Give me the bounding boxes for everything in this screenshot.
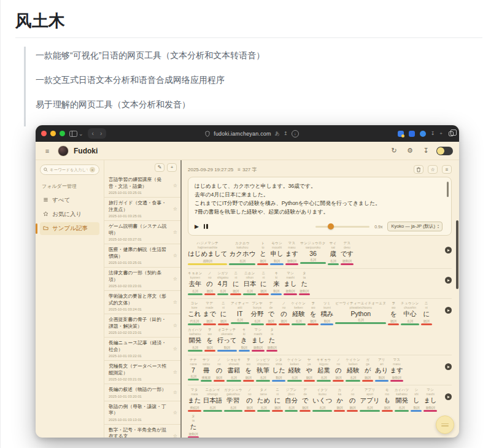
add-article-button[interactable]: + (167, 163, 177, 172)
token[interactable]: シッピツshippitsu執筆名詞 (256, 358, 271, 382)
article-list-item[interactable]: 学術論文の要旨と序文（形式的文体）2025-10-01 03:24:01☆ (104, 291, 180, 314)
token[interactable]: マタmataまた接続詞 (188, 388, 201, 412)
sidebar-item-all[interactable]: すべて (40, 194, 99, 207)
token[interactable]: マシmashiまし助動詞 (423, 388, 437, 412)
token[interactable]: ヲwoを助詞 (243, 358, 254, 382)
article-star-icon[interactable]: ☆ (173, 299, 177, 305)
token[interactable]: ノnoの助詞 (279, 301, 290, 325)
article-list-item[interactable]: 旅行ガイド（交通・食事・注意点）2025-10-01 03:25:01☆ (104, 198, 180, 221)
token[interactable]: ジブンjibun自分名詞 (285, 388, 298, 412)
token[interactable]: サツsatsu冊接尾辞 (201, 358, 212, 382)
settings-gear-button[interactable]: ⚙ (404, 145, 416, 156)
delete-article-button[interactable] (414, 165, 423, 174)
extension-icon[interactable] (409, 131, 415, 137)
forward-button[interactable]: › (100, 130, 102, 137)
article-star-icon[interactable]: ☆ (173, 390, 177, 395)
token[interactable]: キギョウkigyou起業名詞 (317, 358, 331, 382)
token[interactable]: アイティーaitiiIT名詞 (231, 301, 249, 324)
token[interactable]: マデmadeまで助詞 (203, 301, 217, 325)
browser-sidebar-button[interactable]: ⌄ (69, 131, 83, 137)
token[interactable]: サンジュウロクsanjuuroku36名詞 (300, 241, 326, 264)
token[interactable]: ガクシュウgakushuu学習名詞 (224, 388, 242, 412)
token[interactable]: シタshitaした動詞 (272, 358, 285, 382)
token[interactable]: ヤyaや助詞 (304, 358, 315, 382)
token[interactable]: カイハツkaihatsu開発名詞 (395, 388, 409, 412)
token[interactable]: ヲwoを助詞 (388, 301, 399, 325)
pause-button[interactable] (204, 224, 208, 229)
article-list-item[interactable]: 企画提案書の骨子（目的・課題・解決策）2025-10-02 03:23:01☆ (104, 314, 180, 338)
article-list-item[interactable]: 医療・健康の解説（生活習慣病）2025-10-01 03:25:01☆ (104, 244, 180, 268)
token[interactable]: カイハツkaihatsu開発名詞 (188, 328, 203, 352)
token[interactable]: モウシmoushi申し動詞 (270, 241, 283, 265)
token[interactable]: キkiき動詞 (239, 328, 250, 352)
token[interactable]: サイsai歳名詞 (328, 241, 339, 265)
token[interactable]: ノnoの助詞 (204, 271, 215, 295)
voice-select[interactable]: Kyoko — ja-JP (默认) ▴▾ (387, 222, 443, 231)
search-box[interactable]: × (40, 164, 99, 175)
sentence-play-button[interactable] (445, 277, 452, 284)
token[interactable]: ツミtsumi積み動詞 (320, 301, 333, 325)
sidebar-item-samples[interactable]: サンプル記事 (40, 222, 99, 235)
password-extension-icon[interactable] (398, 131, 404, 137)
token[interactable]: オコナッテokonatte行って動詞 (217, 328, 237, 352)
downloads-icon[interactable]: ↧ (431, 131, 435, 136)
article-star-icon[interactable]: ☆ (173, 410, 177, 415)
token[interactable]: アリariあり動詞 (375, 358, 389, 382)
token[interactable]: キki来動詞 (271, 271, 282, 295)
article-list-item[interactable]: ゲーム説明書（システム説明）2025-10-02 03:27:01☆ (104, 221, 180, 244)
article-star-icon[interactable]: ☆ (173, 183, 177, 188)
main-scrollbar[interactable] (456, 220, 458, 289)
sentence-play-button[interactable] (445, 307, 452, 314)
zoom-window-button[interactable] (60, 131, 65, 136)
token[interactable]: ノnoの助詞 (333, 358, 344, 382)
article-list-item[interactable]: 言語学習の練習講座（発音・文法・語彙）2025-10-01 03:25:01☆ (104, 174, 180, 198)
sentence-play-button[interactable] (445, 393, 452, 400)
new-tab-button[interactable]: + (439, 131, 443, 136)
token[interactable]: タtaた助動詞 (188, 414, 199, 438)
article-list-item[interactable]: 長編の叙述（物語の一部）2025-10-01 03:20:01☆ (104, 384, 180, 401)
token[interactable]: イクツikutsuいくつ名詞 (312, 388, 332, 412)
token[interactable]: ケイケンkeiken経験名詞 (287, 358, 302, 382)
article-star-icon[interactable]: ☆ (173, 323, 177, 328)
token[interactable]: コレkoreこれ代名詞 (188, 301, 201, 325)
share-icon[interactable]: ↥ (284, 131, 288, 136)
token[interactable]: ガgaが助詞 (362, 358, 373, 382)
avatar[interactable] (58, 145, 69, 156)
article-star-icon[interactable]: ☆ (173, 346, 177, 352)
article-star-icon[interactable]: ☆ (173, 276, 177, 282)
article-list-item[interactable]: 数字・記号・半角全角が混在する文2025-10-01 03:10:01☆ (104, 425, 180, 438)
article-list-item[interactable]: 究極長文（データベース性能測定）2025-10-02 03:21:01☆ (104, 361, 180, 384)
token[interactable]: ショセキshoseki書籍名詞 (226, 358, 241, 382)
tab-overview-icon[interactable] (449, 131, 454, 136)
article-star-icon[interactable]: ☆ (173, 230, 177, 235)
export-download-button[interactable]: ↧ (420, 145, 431, 156)
article-menu-button[interactable]: ≡ (442, 165, 452, 174)
token[interactable]: ブンヤbunya分野名詞 (251, 301, 264, 325)
new-note-button[interactable]: ✎ (155, 163, 164, 172)
token[interactable]: シガツshigatsu4月名詞 (217, 271, 229, 295)
token[interactable]: ニホンゴnihongo日本語名詞 (203, 388, 223, 412)
token[interactable]: ノnoの助詞 (214, 358, 225, 382)
translate-icon[interactable]: あ (275, 130, 280, 137)
article-list-item[interactable]: 法律文書の一部（契約条項）2025-10-02 03:23:01☆ (104, 268, 180, 291)
token[interactable]: シshiし動詞 (411, 388, 422, 412)
article-star-icon[interactable]: ☆ (173, 253, 177, 258)
token[interactable]: ノnoの助詞 (347, 388, 358, 412)
token[interactable]: ハジメマシテhajimemashiteはじめまして感動詞 (188, 241, 227, 265)
token[interactable]: タメtameため名詞 (257, 388, 271, 412)
token[interactable]: ニniに助詞 (230, 271, 241, 295)
token[interactable]: ピーワイティーエイチオーエヌpiiwaitieichioonuPython名詞 (335, 301, 386, 324)
address-bar[interactable]: fudoki.iamcheyan.com あ ↥ ↓ (110, 130, 393, 137)
token[interactable]: キョネンkyonen去年名詞 (188, 271, 203, 295)
article-star-icon[interactable]: ☆ (173, 206, 177, 212)
token[interactable]: ケイケンkeiken経験名詞 (346, 358, 360, 382)
token[interactable]: カkaか助詞 (334, 388, 345, 412)
favorite-article-button[interactable]: ☆ (428, 165, 438, 174)
token[interactable]: マスmasuます助動詞 (285, 241, 299, 265)
close-window-button[interactable] (41, 131, 47, 136)
minimize-window-button[interactable] (50, 131, 56, 136)
token[interactable]: アプリapuriアプリ名詞 (360, 388, 379, 412)
token[interactable]: ヲwoを助詞 (307, 301, 319, 325)
article-star-icon[interactable]: ☆ (173, 369, 177, 375)
token[interactable]: ニniに助詞 (421, 301, 432, 325)
